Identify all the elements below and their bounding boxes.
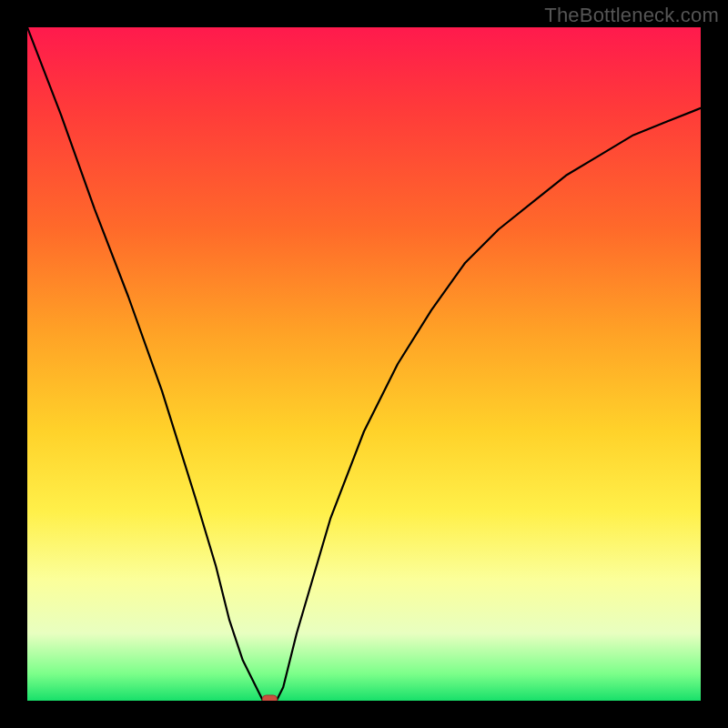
chart-frame: TheBottleneck.com bbox=[0, 0, 728, 728]
watermark-label: TheBottleneck.com bbox=[544, 4, 719, 27]
data-curve bbox=[27, 27, 701, 701]
selected-marker bbox=[262, 695, 277, 701]
plot-area bbox=[27, 27, 701, 701]
plot-clip bbox=[27, 27, 701, 701]
curve-svg bbox=[27, 27, 701, 701]
